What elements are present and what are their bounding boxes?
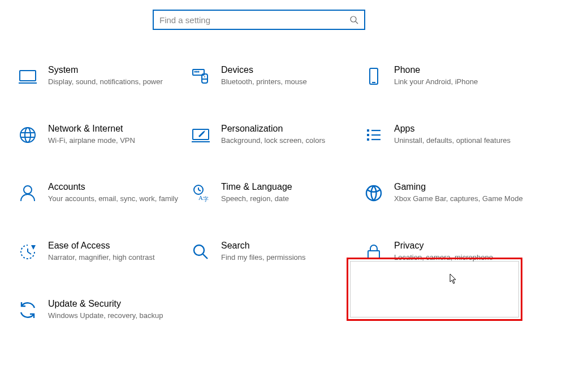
tile-desc: Location, camera, microphone [394,252,526,263]
tile-text: Network & Internet Wi-Fi, airplane mode,… [48,124,180,146]
tile-text: Search Find my files, permissions [221,241,353,263]
tile-desc: Bluetooth, printers, mouse [221,77,353,87]
tile-desc: Find my files, permissions [221,252,353,263]
tile-desc: Windows Update, recovery, backup [48,311,180,321]
svg-text:字: 字 [203,196,209,202]
tile-title: Personalization [221,124,353,134]
settings-grid: System Display, sound, notifications, po… [14,62,557,324]
tile-text: Time & Language Speech, region, date [221,182,353,204]
tile-gaming[interactable]: Gaming Xbox Game Bar, captures, Game Mod… [360,179,530,207]
tile-desc: Wi-Fi, airplane mode, VPN [48,136,180,146]
tile-network[interactable]: Network & Internet Wi-Fi, airplane mode,… [14,121,184,149]
svg-rect-19 [367,129,369,132]
search-input[interactable] [159,15,349,25]
tile-desc: Link your Android, iPhone [394,77,526,87]
svg-point-9 [204,76,205,77]
tile-desc: Xbox Game Bar, captures, Game Mode [394,194,526,204]
tile-personalization[interactable]: Personalization Background, lock screen,… [187,121,357,149]
apps-icon [364,125,384,145]
tile-text: Accounts Your accounts, email, sync, wor… [48,182,180,204]
tile-title: System [48,65,180,75]
search-icon [349,15,358,24]
svg-point-5 [194,71,195,72]
svg-point-31 [366,186,381,201]
tile-desc: Speech, region, date [221,194,353,204]
tile-title: Network & Internet [48,124,180,134]
accounts-icon [18,183,38,203]
tile-time-language[interactable]: A 字 Time & Language Speech, region, date [187,179,357,207]
tile-title: Apps [394,124,526,134]
svg-rect-2 [20,71,36,81]
search-tile-icon [191,242,211,262]
tile-title: Privacy [394,241,526,251]
svg-text:A: A [198,194,203,201]
tile-desc: Narrator, magnifier, high contrast [48,252,180,263]
ease-of-access-icon [18,242,38,262]
tile-desc: Uninstall, defaults, optional features [394,136,526,146]
tile-text: Ease of Access Narrator, magnifier, high… [48,241,180,263]
tile-system[interactable]: System Display, sound, notifications, po… [14,62,184,90]
svg-line-36 [203,254,207,259]
gaming-icon [364,183,384,203]
tile-desc: Background, lock screen, colors [221,136,353,146]
svg-rect-11 [370,68,378,84]
tile-title: Update & Security [48,299,180,309]
svg-point-35 [194,245,204,255]
tile-accounts[interactable]: Accounts Your accounts, email, sync, wor… [14,179,184,207]
devices-icon [191,66,211,86]
tile-text: Phone Link your Android, iPhone [394,65,526,87]
svg-point-25 [24,186,32,194]
tile-text: Privacy Location, camera, microphone [394,241,526,263]
tile-desc: Display, sound, notifications, power [48,77,180,87]
tile-desc: Your accounts, email, sync, work, family [48,194,180,204]
update-icon [18,300,38,320]
tile-title: Ease of Access [48,241,180,251]
tile-title: Search [221,241,353,251]
tile-text: System Display, sound, notifications, po… [48,65,180,87]
tile-ease-of-access[interactable]: Ease of Access Narrator, magnifier, high… [14,238,184,265]
personalization-icon [191,125,211,145]
time-language-icon: A 字 [191,183,211,203]
tile-devices[interactable]: Devices Bluetooth, printers, mouse [187,62,357,90]
tile-search[interactable]: Search Find my files, permissions [187,238,357,265]
tile-phone[interactable]: Phone Link your Android, iPhone [360,62,530,90]
svg-rect-23 [367,138,369,141]
svg-line-34 [28,252,31,254]
search-box[interactable] [153,10,365,30]
tile-text: Devices Bluetooth, printers, mouse [221,65,353,87]
svg-line-1 [356,21,358,24]
tile-text: Update & Security Windows Update, recove… [48,299,180,321]
tile-title: Devices [221,65,353,75]
tile-title: Accounts [48,182,180,192]
svg-rect-21 [367,134,369,136]
tile-title: Phone [394,65,526,75]
system-icon [18,66,38,86]
tile-title: Gaming [394,182,526,192]
privacy-icon [364,242,384,262]
tile-text: Personalization Background, lock screen,… [221,124,353,146]
tile-text: Apps Uninstall, defaults, optional featu… [394,124,526,146]
svg-marker-32 [31,245,36,250]
svg-line-28 [198,190,201,191]
tile-title: Time & Language [221,182,353,192]
tile-privacy[interactable]: Privacy Location, camera, microphone [360,238,530,265]
tile-text: Gaming Xbox Game Bar, captures, Game Mod… [394,182,526,204]
svg-point-13 [20,128,35,142]
svg-point-0 [351,16,356,22]
svg-point-7 [198,71,198,72]
tile-apps[interactable]: Apps Uninstall, defaults, optional featu… [360,121,530,149]
svg-point-6 [196,71,197,72]
globe-icon [18,125,38,145]
svg-point-14 [25,128,31,142]
tile-update-security[interactable]: Update & Security Windows Update, recove… [14,296,184,324]
svg-rect-37 [368,251,379,259]
phone-icon [364,66,384,86]
